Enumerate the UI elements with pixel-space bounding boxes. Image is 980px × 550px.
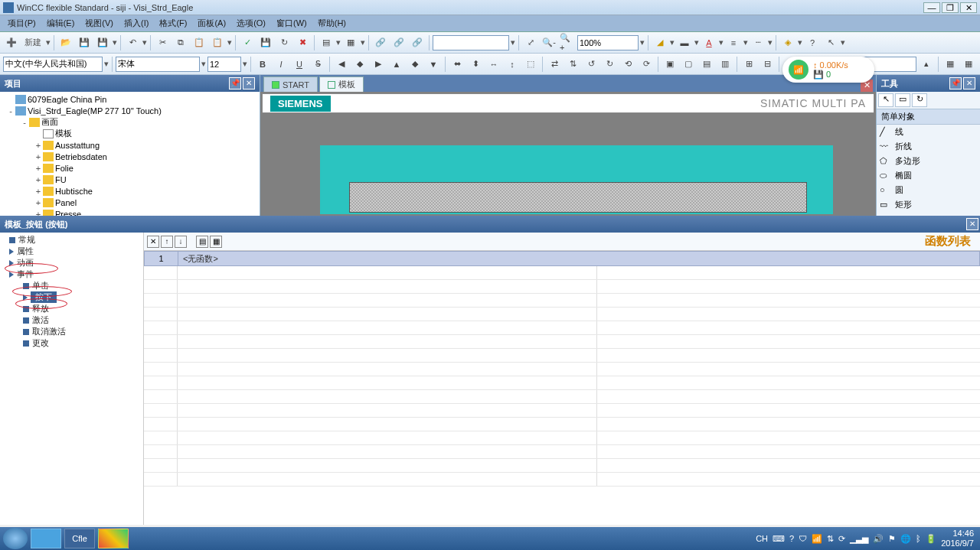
menu-project[interactable]: 项目(P) <box>3 16 41 31</box>
check-icon[interactable]: ✓ <box>239 34 256 51</box>
panel-pin-icon[interactable]: 📌 <box>229 77 241 89</box>
tree-item[interactable]: 6079Eagle China Pin <box>2 93 258 105</box>
wifi-widget[interactable]: 📶 ↕ 0.00K/s 💾 0 <box>782 57 874 83</box>
align-top-icon[interactable]: ▲ <box>388 56 405 73</box>
fontsize-combo[interactable] <box>207 57 241 72</box>
same-height-icon[interactable]: ↕ <box>504 56 521 73</box>
menu-help[interactable]: 帮助(H) <box>313 16 351 31</box>
link3-icon[interactable]: 🔗 <box>409 34 426 51</box>
font-color-icon[interactable]: A <box>701 34 717 51</box>
prop-event-click[interactable]: 单击 <box>2 280 142 291</box>
tools-pin-icon[interactable]: 📌 <box>949 77 962 89</box>
zoom-in-icon[interactable]: 🔍+ <box>559 34 576 51</box>
align-icon[interactable]: ▤ <box>318 34 335 51</box>
menu-window[interactable]: 窗口(W) <box>272 16 312 31</box>
minimize-button[interactable]: — <box>923 2 940 13</box>
maximize-button[interactable]: ❐ <box>942 2 959 13</box>
extra1-icon[interactable]: ▦ <box>942 56 959 73</box>
align-middle-icon[interactable]: ◆ <box>407 56 423 73</box>
prop-events[interactable]: 事件 <box>2 268 142 280</box>
flip-h-icon[interactable]: ⇄ <box>546 56 563 73</box>
cut-icon[interactable]: ✂ <box>154 34 171 51</box>
align-left-icon[interactable]: ◀ <box>333 56 350 73</box>
tree-item[interactable]: +FU <box>2 174 258 185</box>
func-down-icon[interactable]: ↓ <box>175 236 187 248</box>
redo-icon[interactable]: ↻ <box>276 34 292 51</box>
same-size-icon[interactable]: ⬚ <box>522 56 539 73</box>
strike-icon[interactable]: S̶ <box>309 56 326 73</box>
copy-icon[interactable]: ⧉ <box>172 34 189 51</box>
extra2-icon[interactable]: ▦ <box>960 56 977 73</box>
tool-item[interactable]: ⬠多边形 <box>877 154 980 168</box>
close-button[interactable]: ✕ <box>960 2 977 13</box>
tree-item[interactable]: 模板 <box>2 128 258 139</box>
layer-icon[interactable]: ◈ <box>779 34 796 51</box>
property-tree[interactable]: 常规 属性 动画 事件 单击 按下 释放 激活 取消激活 更改 <box>0 233 144 525</box>
tab-start[interactable]: START <box>263 76 318 92</box>
tree-item[interactable]: +Hubtische <box>2 185 258 197</box>
rotate-90-icon[interactable]: ⟲ <box>619 56 636 73</box>
undo-icon[interactable]: ↶ <box>124 34 141 51</box>
tools-category[interactable]: 简单对象 <box>877 109 980 125</box>
tree-item[interactable]: +Panel <box>2 197 258 208</box>
same-width-icon[interactable]: ↔ <box>485 56 502 73</box>
paste-icon[interactable]: 📋 <box>191 34 207 51</box>
function-list[interactable]: 1 <无函数> <box>144 251 980 525</box>
save2-icon[interactable]: 💾 <box>257 34 274 51</box>
panel-close-icon[interactable]: ✕ <box>243 77 255 89</box>
line-color-icon[interactable]: ▬ <box>676 34 693 51</box>
rotate-r-icon[interactable]: ↻ <box>601 56 618 73</box>
prop-animation[interactable]: 动画 <box>2 257 142 268</box>
line-dash-icon[interactable]: ┄ <box>750 34 766 51</box>
tool-item[interactable]: ▭矩形 <box>877 197 980 212</box>
zoom-out-icon[interactable]: 🔍- <box>541 34 557 51</box>
project-tree[interactable]: 6079Eagle China Pin-Visi_Strd_Eagle(MP 2… <box>0 92 260 216</box>
align-center-icon[interactable]: ◆ <box>351 56 368 73</box>
group-icon[interactable]: ▦ <box>342 34 359 51</box>
save-icon[interactable]: 💾 <box>76 34 93 51</box>
tree-item[interactable]: -Visi_Strd_Eagle(MP 277 10'' Touch) <box>2 105 258 116</box>
tool-rotate-icon[interactable]: ↻ <box>912 93 927 107</box>
prop-event-activate[interactable]: 激活 <box>2 314 142 326</box>
func-delete-icon[interactable]: ✕ <box>147 236 159 248</box>
fill-icon[interactable]: ◢ <box>652 34 668 51</box>
font-combo[interactable] <box>116 57 200 72</box>
help-icon[interactable]: ? <box>804 34 821 51</box>
prop-event-change[interactable]: 更改 <box>2 337 142 349</box>
function-list-row[interactable]: 1 <无函数> <box>144 251 980 266</box>
func-view1-icon[interactable]: ▤ <box>196 236 208 248</box>
design-surface[interactable]: SIEMENS SIMATIC MULTI PA <box>260 92 876 216</box>
tree-item[interactable]: +Presse <box>2 208 258 216</box>
menu-insert[interactable]: 插入(I) <box>119 16 153 31</box>
align-right-icon[interactable]: ▶ <box>370 56 387 73</box>
rotate-270-icon[interactable]: ⟳ <box>638 56 655 73</box>
tool-item[interactable]: ○圆 <box>877 183 980 197</box>
tool-pointer-icon[interactable]: ↖ <box>878 93 893 107</box>
tool-item[interactable]: ⬭椭圆 <box>877 168 980 183</box>
line-style-icon[interactable]: ≡ <box>725 34 742 51</box>
open-icon[interactable]: 📂 <box>57 34 74 51</box>
function-row-text[interactable]: <无函数> <box>178 252 979 265</box>
zoom-combo[interactable] <box>577 35 639 50</box>
new-button[interactable]: 新建 <box>21 37 44 48</box>
prop-event-release[interactable]: 释放 <box>2 303 142 314</box>
menu-view[interactable]: 视图(V) <box>80 16 118 31</box>
save-all-icon[interactable]: 💾 <box>94 34 111 51</box>
link2-icon[interactable]: 🔗 <box>390 34 407 51</box>
italic-icon[interactable]: I <box>273 56 289 73</box>
flip-v-icon[interactable]: ⇅ <box>564 56 581 73</box>
tab-template[interactable]: 模板 <box>319 76 364 92</box>
send-backward-icon[interactable]: ▥ <box>717 56 733 73</box>
tree-item[interactable]: +Folie <box>2 162 258 174</box>
func-view2-icon[interactable]: ▦ <box>210 236 222 248</box>
bold-icon[interactable]: B <box>254 56 271 73</box>
distribute-v-icon[interactable]: ⬍ <box>467 56 484 73</box>
prop-attributes[interactable]: 属性 <box>2 246 142 257</box>
prop-event-deactivate[interactable]: 取消激活 <box>2 326 142 337</box>
tree-item[interactable]: -画面 <box>2 116 258 128</box>
paste-dropdown-icon[interactable]: 📋 <box>209 34 226 51</box>
property-close-icon[interactable]: ✕ <box>966 218 978 230</box>
send-back-icon[interactable]: ▢ <box>680 56 697 73</box>
rotate-l-icon[interactable]: ↺ <box>583 56 599 73</box>
group2-icon[interactable]: ⊞ <box>740 56 757 73</box>
